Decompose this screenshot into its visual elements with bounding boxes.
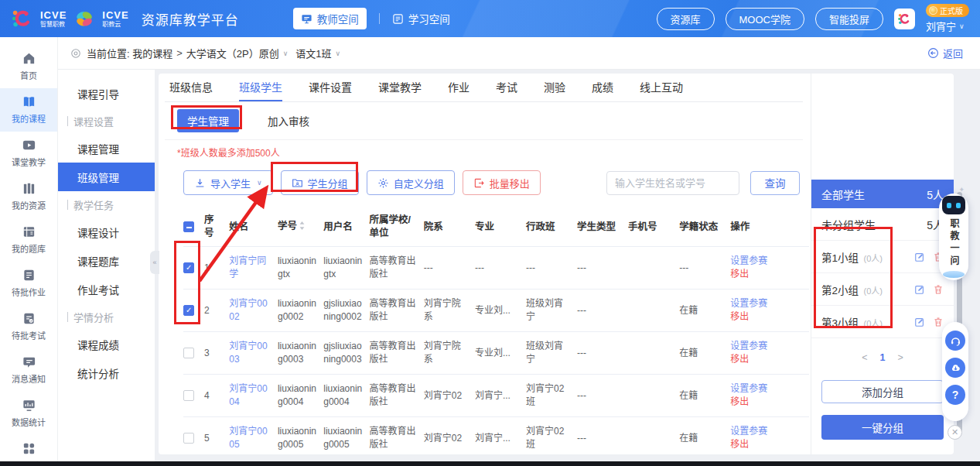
- import-students-button[interactable]: 导入学生 ∨: [183, 170, 273, 195]
- tab-3[interactable]: 课堂教学: [378, 74, 422, 101]
- app-window: ICVE 智慧职教 ICVE 职教云 资源库教学平台: [0, 0, 980, 466]
- edit-icon[interactable]: [914, 317, 925, 327]
- current-page[interactable]: 1: [880, 352, 886, 363]
- breadcrumb-class[interactable]: 语文1班: [295, 46, 331, 60]
- group-all-students[interactable]: 全部学生 5人: [811, 180, 954, 208]
- header-pill-1[interactable]: MOOC学院: [726, 8, 804, 30]
- edit-icon[interactable]: [914, 284, 925, 295]
- query-button[interactable]: 查询: [750, 171, 800, 195]
- assistant-widget[interactable]: ✦ 职教一问: [939, 194, 968, 280]
- set-contest-link[interactable]: 设置参赛: [730, 425, 803, 438]
- sort-icon[interactable]: [299, 221, 306, 235]
- class-students-section: 班级信息班级学生课件设置课堂教学作业考试测验成绩线上互动 学生管理加入审核 *班…: [159, 74, 811, 454]
- chevron-right-icon[interactable]: >: [897, 352, 903, 363]
- rail-item-0[interactable]: 首页: [0, 45, 57, 88]
- group-item-0[interactable]: 第1小组 (0人): [811, 241, 954, 273]
- menu-item-7[interactable]: 作业考试: [58, 275, 155, 303]
- subtab-1[interactable]: 加入审核: [258, 109, 319, 132]
- chevron-left-icon[interactable]: <: [862, 352, 867, 363]
- auto-group-button[interactable]: 一键分组: [821, 415, 944, 440]
- tab-4[interactable]: 作业: [448, 74, 470, 101]
- row-checkbox[interactable]: [183, 390, 194, 401]
- set-contest-link[interactable]: 设置参赛: [730, 297, 803, 310]
- version-badge: 正式版: [926, 4, 969, 17]
- remove-link[interactable]: 移出: [730, 268, 803, 281]
- breadcrumb-course[interactable]: 大学语文（2P）原创: [186, 46, 279, 60]
- menu-item-5[interactable]: 课程设计: [58, 218, 155, 246]
- tab-0[interactable]: 班级信息: [169, 74, 213, 101]
- edit-icon[interactable]: [914, 252, 925, 262]
- table-row: 3 刘宵宁0003 liuxiaoning0003 gjsliuxiaoning…: [183, 332, 809, 375]
- subtab-0[interactable]: 学生管理: [177, 109, 239, 132]
- app-title: 资源库教学平台: [142, 9, 239, 29]
- close-floating-icon[interactable]: ✕: [948, 425, 962, 440]
- rail-item-5[interactable]: 待批作业: [0, 262, 57, 305]
- set-contest-link[interactable]: 设置参赛: [730, 255, 803, 268]
- tab-5[interactable]: 考试: [496, 74, 517, 101]
- set-contest-link[interactable]: 设置参赛: [730, 340, 803, 353]
- rail-item-4[interactable]: 我的题库: [0, 218, 57, 262]
- rail-item-6[interactable]: 待批考试: [0, 305, 57, 348]
- rail-item-1[interactable]: 我的课程: [0, 88, 57, 132]
- menu-item-3[interactable]: 班级管理: [58, 163, 155, 191]
- menu-item-2[interactable]: 课程管理: [58, 134, 155, 163]
- remove-link[interactable]: 移出: [730, 310, 803, 324]
- rail-item-8[interactable]: 数据统计: [0, 392, 57, 435]
- row-checkbox[interactable]: [183, 262, 194, 273]
- student-search-input[interactable]: [606, 171, 739, 195]
- tab-6[interactable]: 测验: [544, 74, 565, 101]
- tab-8[interactable]: 线上互动: [640, 74, 683, 101]
- collapse-sidebar-handle[interactable]: «: [150, 251, 159, 274]
- student-name-link[interactable]: 刘宵宁0003: [229, 341, 267, 365]
- learning-space-tab[interactable]: 学习空间: [392, 11, 450, 26]
- student-name-link[interactable]: 刘宵宁0002: [229, 298, 267, 322]
- custom-grouping-button[interactable]: 自定义分组: [367, 170, 455, 195]
- header-pill-0[interactable]: 资源库: [657, 8, 715, 30]
- group-item-1[interactable]: 第2小组 (0人): [811, 273, 954, 306]
- chevron-down-icon[interactable]: ∨: [283, 50, 289, 57]
- teacher-space-tab[interactable]: 教师空间: [293, 8, 367, 29]
- tab-2[interactable]: 课件设置: [309, 74, 352, 101]
- student-name-link[interactable]: 刘宵宁0004: [229, 383, 267, 407]
- app-icon[interactable]: [894, 9, 915, 29]
- row-checkbox[interactable]: [183, 433, 194, 444]
- header-pill-2[interactable]: 智能投屏: [815, 8, 883, 30]
- tab-7[interactable]: 成绩: [592, 74, 613, 101]
- student-name-link[interactable]: 刘宵宁0005: [229, 426, 267, 450]
- delete-icon[interactable]: [933, 317, 944, 327]
- delete-icon[interactable]: [933, 284, 944, 295]
- menu-item-9[interactable]: 课程成绩: [58, 330, 155, 358]
- student-grouping-button[interactable]: 学生分组: [281, 170, 359, 195]
- add-group-button[interactable]: 添加分组: [821, 380, 944, 403]
- chevron-down-icon[interactable]: ∨: [336, 50, 341, 57]
- breadcrumb-root[interactable]: 我的课程: [132, 46, 172, 60]
- select-all-checkbox[interactable]: [183, 221, 194, 232]
- menu-item-0[interactable]: 课程引导: [58, 79, 155, 108]
- rail-item-2[interactable]: 课堂教学: [0, 132, 57, 175]
- menu-item-6[interactable]: 课程题库: [58, 246, 155, 275]
- menu-group-1: 课程设置: [58, 108, 155, 134]
- location-icon: [70, 48, 81, 59]
- download-tray-icon: [194, 177, 206, 189]
- rail-item-3[interactable]: 我的资源: [0, 175, 57, 218]
- row-checkbox[interactable]: [183, 348, 194, 358]
- cloud-download-icon[interactable]: [945, 358, 965, 378]
- group-item-2[interactable]: 第3小组 (0人): [811, 306, 954, 338]
- tab-1[interactable]: 班级学生: [239, 74, 282, 101]
- set-contest-link[interactable]: 设置参赛: [730, 382, 803, 396]
- customer-service-icon[interactable]: [945, 331, 965, 351]
- batch-remove-button[interactable]: 批量移出: [463, 170, 541, 195]
- menu-group-4: 教学任务: [58, 191, 155, 218]
- assistant-label: 职教一问: [949, 218, 958, 268]
- user-menu[interactable]: 正式版 刘宵宁 ∨: [926, 4, 969, 33]
- remove-link[interactable]: 移出: [730, 353, 803, 366]
- row-checkbox[interactable]: [183, 305, 194, 316]
- remove-link[interactable]: 移出: [730, 438, 803, 451]
- help-icon[interactable]: ?: [945, 385, 965, 405]
- back-button[interactable]: 返回: [927, 46, 963, 60]
- menu-item-10[interactable]: 统计分析: [58, 358, 155, 387]
- remove-link[interactable]: 移出: [730, 396, 803, 409]
- group-ungrouped-students[interactable]: 未分组学生 5人: [811, 208, 954, 241]
- student-name-link[interactable]: 刘宵宁同学: [229, 255, 266, 279]
- rail-item-7[interactable]: 消息通知: [0, 348, 57, 392]
